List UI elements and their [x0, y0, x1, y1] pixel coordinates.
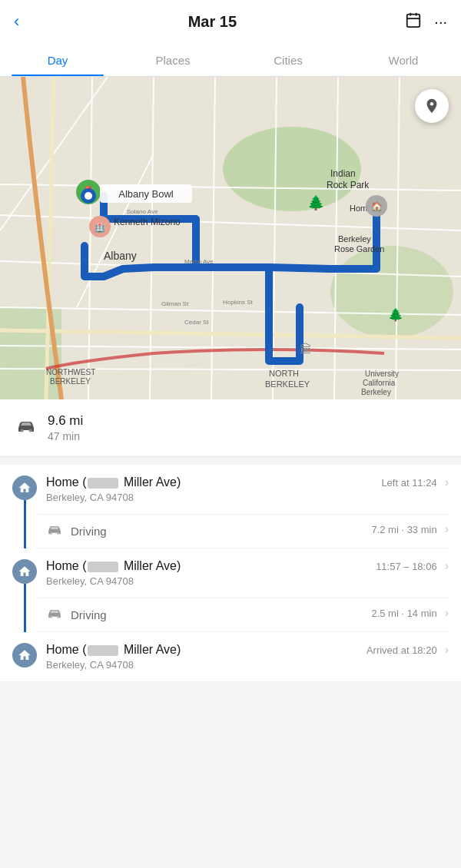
- svg-point-58: [50, 532, 52, 535]
- duration-value: 47 min: [48, 430, 83, 442]
- svg-text:NORTH: NORTH: [269, 369, 299, 378]
- drive-1: Driving 7.2 mi · 33 min ›: [0, 515, 461, 548]
- svg-text:Solano Ave: Solano Ave: [127, 208, 158, 215]
- drive-chevron-2: ›: [445, 606, 449, 620]
- svg-text:Kenneth Mizono: Kenneth Mizono: [114, 217, 181, 227]
- svg-point-60: [50, 616, 52, 618]
- drive-1-info[interactable]: Driving 7.2 mi · 33 min ›: [37, 515, 449, 548]
- stats-text: 9.6 mi 47 min: [48, 413, 83, 442]
- svg-text:BERKELEY: BERKELEY: [50, 377, 91, 386]
- svg-text:Rose Garden: Rose Garden: [334, 244, 384, 253]
- svg-point-61: [57, 616, 59, 618]
- drive-label-2: Driving: [71, 608, 107, 621]
- svg-point-57: [29, 429, 32, 432]
- stop-3: Home ( Miller Ave) Arrived at 18:20 › Be…: [0, 632, 461, 681]
- tab-world[interactable]: World: [346, 43, 461, 76]
- svg-text:🌲: 🌲: [307, 194, 325, 211]
- drive-2-info[interactable]: Driving 2.5 mi · 14 min ›: [37, 598, 449, 632]
- svg-text:Albany: Albany: [104, 250, 137, 262]
- place-time-1: Left at 11:24: [381, 477, 436, 489]
- svg-text:Berkeley: Berkeley: [338, 234, 371, 244]
- drive-stats-2: 2.5 mi · 14 min: [371, 608, 436, 619]
- location-button[interactable]: [415, 89, 449, 123]
- tab-places[interactable]: Places: [115, 43, 230, 76]
- drive-label-1: Driving: [71, 525, 107, 538]
- more-icon[interactable]: ···: [434, 13, 447, 31]
- svg-point-52: [85, 192, 92, 200]
- svg-text:Martin Ave: Martin Ave: [184, 258, 214, 265]
- tab-day[interactable]: Day: [0, 43, 115, 76]
- svg-text:🏛: 🏛: [300, 343, 312, 356]
- svg-text:🌲: 🌲: [388, 307, 403, 322]
- stats-section: 9.6 mi 47 min: [0, 399, 461, 457]
- svg-point-6: [330, 246, 453, 338]
- svg-text:BERKELEY: BERKELEY: [265, 379, 310, 389]
- svg-text:Hopkins St: Hopkins St: [223, 299, 253, 306]
- place-name-3: Home ( Miller Ave): [46, 643, 181, 657]
- svg-point-59: [57, 532, 59, 535]
- place-addr-3: Berkeley, CA 94708: [46, 659, 449, 671]
- distance-value: 9.6 mi: [48, 413, 83, 429]
- place-time-3: Arrived at 18:20: [366, 644, 437, 656]
- chevron-1: ›: [445, 475, 449, 489]
- car-icon: [15, 417, 37, 439]
- stop-2-info[interactable]: Home ( Miller Ave) 11:57 – 18:06 › Berke…: [37, 548, 449, 598]
- svg-text:Berkeley: Berkeley: [361, 388, 391, 396]
- svg-text:Albany Bowl: Albany Bowl: [118, 188, 174, 200]
- calendar-icon[interactable]: [405, 12, 422, 32]
- drive-2: Driving 2.5 mi · 14 min ›: [0, 598, 461, 632]
- stop-1: Home ( Miller Ave) Left at 11:24 › Berke…: [0, 465, 461, 515]
- svg-text:Cedar St: Cedar St: [184, 319, 209, 326]
- svg-text:California: California: [363, 379, 396, 387]
- svg-point-56: [21, 429, 24, 432]
- chevron-2: ›: [445, 559, 449, 573]
- svg-rect-0: [407, 14, 420, 26]
- stop-2: Home ( Miller Ave) 11:57 – 18:06 › Berke…: [0, 548, 461, 598]
- stop-1-info[interactable]: Home ( Miller Ave) Left at 11:24 › Berke…: [37, 465, 449, 515]
- map: Albany NORTH BERKELEY NORTHWEST BERKELEY…: [0, 77, 461, 399]
- svg-text:University: University: [365, 369, 399, 378]
- place-addr-2: Berkeley, CA 94708: [46, 575, 449, 587]
- svg-text:🏥: 🏥: [95, 222, 105, 233]
- chevron-3: ›: [445, 643, 449, 657]
- svg-text:Indian: Indian: [330, 168, 356, 179]
- home-icon-2: [12, 559, 37, 584]
- place-name-1: Home ( Miller Ave): [46, 475, 181, 489]
- place-addr-1: Berkeley, CA 94708: [46, 492, 449, 503]
- back-button[interactable]: ‹: [14, 12, 19, 31]
- header-actions: ···: [405, 12, 447, 32]
- svg-text:🏠: 🏠: [371, 200, 383, 212]
- tabs: Day Places Cities World: [0, 43, 461, 77]
- svg-text:NORTHWEST: NORTHWEST: [46, 368, 95, 376]
- svg-text:Rock Park: Rock Park: [327, 180, 370, 190]
- svg-text:Gilman St: Gilman St: [161, 300, 189, 307]
- place-time-2: 11:57 – 18:06: [376, 561, 437, 572]
- header-title: Mar 15: [188, 13, 237, 31]
- timeline: Home ( Miller Ave) Left at 11:24 › Berke…: [0, 457, 461, 689]
- drive-chevron-1: ›: [445, 522, 449, 536]
- home-icon-3: [12, 643, 37, 668]
- place-name-2: Home ( Miller Ave): [46, 559, 181, 573]
- drive-stats-1: 7.2 mi · 33 min: [371, 524, 436, 535]
- tab-cities[interactable]: Cities: [230, 43, 346, 76]
- stop-3-info[interactable]: Home ( Miller Ave) Arrived at 18:20 › Be…: [37, 632, 449, 681]
- home-icon-1: [12, 475, 37, 500]
- header: ‹ Mar 15 ···: [0, 0, 461, 43]
